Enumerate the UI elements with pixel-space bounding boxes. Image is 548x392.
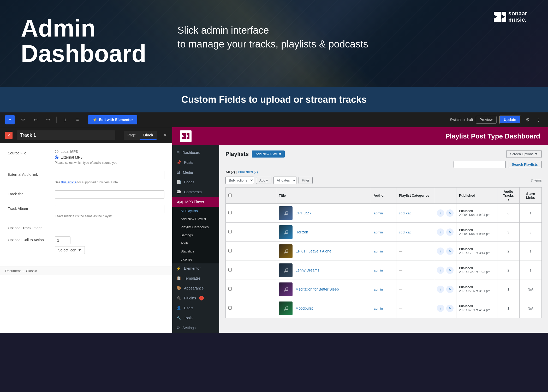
playlist-title-link[interactable]: Lenny Dreams	[296, 268, 319, 272]
tab-page[interactable]: Page	[124, 131, 140, 140]
music-action-icon[interactable]: ♪	[437, 228, 444, 236]
track-title-input[interactable]	[17, 130, 115, 140]
search-playlists-button[interactable]: Search Playlists	[508, 161, 542, 168]
track-title-field[interactable]	[55, 190, 164, 199]
select-icon-button[interactable]: Select Icon ▼	[55, 246, 85, 254]
edit-action-icon[interactable]: ✎	[446, 286, 454, 293]
edit-action-icon[interactable]: ✎	[446, 305, 454, 312]
author-link[interactable]: admin	[374, 306, 383, 310]
sidebar-item-dashboard[interactable]: ⊞ Dashboard	[172, 148, 219, 158]
col-cat-header[interactable]: Playlist Categories	[396, 188, 434, 204]
col-pub-header[interactable]: Published	[456, 188, 497, 204]
sidebar-item-templates[interactable]: 📋 Templates	[172, 273, 219, 283]
category-link[interactable]: cool cat	[399, 211, 411, 215]
author-link[interactable]: admin	[374, 249, 383, 253]
sidebar-item-posts[interactable]: 📌 Posts	[172, 158, 219, 167]
external-mp3-option[interactable]: External MP3	[55, 155, 164, 159]
filter-button[interactable]: Filter	[299, 177, 313, 184]
redo-icon[interactable]: ↪	[44, 116, 52, 124]
sidebar-item-comments[interactable]: 💬 Comments	[172, 187, 219, 197]
row-checkbox[interactable]	[228, 230, 232, 233]
external-mp3-radio[interactable]	[55, 155, 58, 159]
playlist-title-link[interactable]: EP 01 | Leave it Alone	[296, 249, 331, 253]
cta-number-input[interactable]	[55, 236, 70, 244]
sidebar-item-media[interactable]: 🖼 Media	[172, 167, 219, 177]
music-action-icon[interactable]: ♪	[437, 209, 444, 217]
undo-icon[interactable]: ↩	[31, 116, 40, 124]
music-action-icon[interactable]: ♪	[437, 286, 444, 293]
col-title-header[interactable]: Title	[276, 188, 371, 204]
playlist-title-link[interactable]: CPT Jack	[296, 211, 311, 215]
author-link[interactable]: admin	[374, 287, 383, 291]
author-link[interactable]: admin	[374, 230, 383, 234]
update-button[interactable]: Update	[499, 116, 521, 124]
sidebar-item-add-new-playlist[interactable]: Add New Playlist	[172, 215, 219, 223]
edit-icon[interactable]: ✏	[19, 116, 27, 124]
edit-action-icon[interactable]: ✎	[446, 267, 454, 274]
col-tracks-header[interactable]: AudioTracks▼	[497, 188, 520, 204]
playlist-title-link[interactable]: Meditation for Better Sleep	[296, 287, 339, 291]
sidebar-item-pages[interactable]: 📄 Pages	[172, 177, 219, 187]
sidebar-item-all-playlists[interactable]: All Playlists	[172, 207, 219, 215]
svg-line-26	[285, 268, 288, 269]
track-album-field[interactable]	[55, 205, 164, 213]
sidebar-item-appearance[interactable]: 🎨 Appearance	[172, 283, 219, 293]
sidebar-item-elementor[interactable]: ⚡ Elementor	[172, 263, 219, 273]
settings-gear-icon[interactable]: ⚙	[523, 116, 532, 124]
add-new-playlist-button[interactable]: Add New Playlist	[252, 150, 285, 158]
sidebar-item-mp3player[interactable]: ◀◀ MP3 Player	[172, 197, 219, 207]
this-article-link[interactable]: this article	[61, 180, 77, 184]
switch-draft-button[interactable]: Switch to draft	[450, 118, 473, 122]
edit-action-icon[interactable]: ✎	[446, 228, 454, 236]
sidebar-item-wp-settings[interactable]: ⚙ Settings	[172, 323, 219, 333]
tab-close-icon[interactable]: ✕	[163, 132, 167, 138]
local-mp3-option[interactable]: Local MP3	[55, 149, 164, 154]
music-note-icon	[283, 287, 288, 292]
add-block-button[interactable]: +	[5, 115, 15, 124]
music-action-icon[interactable]: ♪	[437, 248, 444, 255]
dates-filter-select[interactable]: All dates	[273, 177, 296, 184]
external-audio-input[interactable]	[55, 171, 164, 179]
track-close-button[interactable]: ✕	[5, 132, 13, 139]
sidebar-item-playlist-categories[interactable]: Playlist Categories	[172, 223, 219, 231]
sidebar-item-tools[interactable]: 🔧 Tools	[172, 313, 219, 323]
more-options-icon[interactable]: ⋮	[534, 116, 543, 124]
info-icon[interactable]: ℹ	[61, 116, 69, 124]
sidebar-item-tools[interactable]: Tools	[172, 239, 219, 247]
row-checkbox[interactable]	[228, 249, 232, 252]
music-action-icon[interactable]: ♪	[437, 267, 444, 274]
edit-action-icon[interactable]: ✎	[446, 248, 454, 255]
playlist-title-link[interactable]: Horizon	[296, 230, 308, 234]
sidebar-item-statistics[interactable]: Statistics	[172, 247, 219, 255]
row-checkbox[interactable]	[228, 268, 232, 272]
edit-elementor-button[interactable]: ⚡ Edit with Elementor	[88, 115, 137, 124]
row-checkbox[interactable]	[228, 306, 232, 310]
bulk-apply-button[interactable]: Apply	[256, 177, 271, 184]
list-icon[interactable]: ≡	[73, 116, 82, 124]
sidebar-item-settings[interactable]: Settings	[172, 231, 219, 239]
row-title-cell: Moodburst	[276, 299, 371, 318]
bulk-actions-select[interactable]: Bulk actions	[225, 177, 254, 184]
col-links-header[interactable]: StoreLinks	[520, 188, 542, 204]
comments-icon: 💬	[176, 190, 181, 194]
tab-block[interactable]: Block	[140, 131, 157, 140]
row-checkbox[interactable]	[228, 211, 232, 214]
filter-tab-all[interactable]: All (7)	[225, 170, 235, 174]
sidebar-item-users[interactable]: 👤 Users	[172, 303, 219, 313]
screen-options-button[interactable]: Screen Options ▼	[506, 150, 542, 158]
music-action-icon[interactable]: ♪	[437, 305, 444, 312]
playlist-title-link[interactable]: Moodburst	[296, 306, 313, 310]
sidebar-item-plugins[interactable]: 🔌 Plugins 8	[172, 293, 219, 303]
search-playlists-input[interactable]	[454, 161, 506, 168]
edit-action-icon[interactable]: ✎	[446, 209, 454, 217]
author-link[interactable]: admin	[374, 268, 383, 272]
category-link[interactable]: cool cat	[399, 230, 411, 234]
preview-button[interactable]: Preview	[476, 116, 497, 124]
local-mp3-radio[interactable]	[55, 150, 58, 153]
author-link[interactable]: admin	[374, 211, 383, 215]
row-checkbox[interactable]	[228, 287, 232, 291]
select-all-checkbox[interactable]	[228, 194, 232, 197]
col-author-header[interactable]: Author	[371, 188, 396, 204]
sidebar-item-license[interactable]: License	[172, 255, 219, 263]
filter-tab-published[interactable]: Published (7)	[238, 170, 258, 174]
